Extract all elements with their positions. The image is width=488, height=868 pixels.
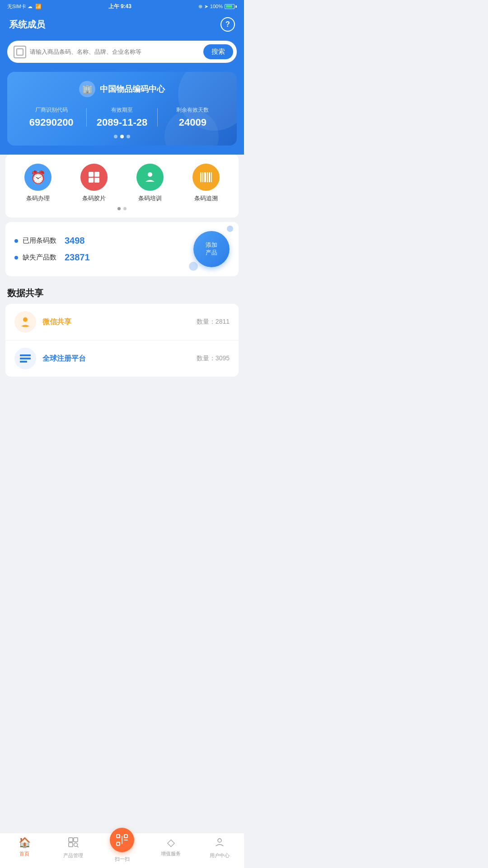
qa-label-barcode-handle: 条码办理 <box>26 194 50 203</box>
banner-section: 🏢 中国物品编码中心 厂商识别代码 69290200 有效期至 2089-11-… <box>0 72 244 146</box>
search-button[interactable]: 搜索 <box>203 44 233 59</box>
global-share-icon-wrap <box>14 348 36 369</box>
blue-bg-extender <box>0 146 244 155</box>
svg-rect-6 <box>202 172 203 182</box>
svg-rect-9 <box>209 172 210 182</box>
global-register-icon <box>18 351 33 366</box>
status-left: 无SIM卡 ☁ 📶 <box>7 3 42 10</box>
svg-rect-1 <box>94 172 99 177</box>
search-input[interactable] <box>30 48 200 55</box>
wechat-share-icon <box>18 315 33 329</box>
status-time: 上午 9:43 <box>108 3 131 10</box>
qa-icon-barcode-handle: ⏰ <box>24 164 52 191</box>
data-sharing-title: 数据共享 <box>5 281 239 304</box>
stat-expiry-label: 有效期至 <box>87 106 157 114</box>
add-product-button[interactable]: 添加产品 <box>193 231 230 267</box>
svg-rect-8 <box>207 172 208 182</box>
org-icon: 🏢 <box>82 84 92 94</box>
share-item-wechat[interactable]: 微信共享 数量：2811 <box>5 304 239 340</box>
direction-icon: ➤ <box>204 4 208 9</box>
svg-rect-2 <box>89 178 94 183</box>
org-logo: 🏢 <box>79 81 95 97</box>
person-podium-icon <box>144 171 156 184</box>
battery-percent: 100% <box>210 4 223 9</box>
missing-product-label: 缺失产品数 <box>23 253 56 262</box>
stats-info: 已用条码数 3498 缺失产品数 23871 <box>14 236 193 263</box>
qa-item-barcode-film[interactable]: 条码胶片 <box>80 164 108 203</box>
help-button[interactable]: ? <box>221 17 235 32</box>
qa-item-barcode-train[interactable]: 条码培训 <box>136 164 164 203</box>
header: 系统成员 ? <box>0 13 244 37</box>
add-product-text: 添加产品 <box>206 241 217 257</box>
qa-page-dots <box>10 207 234 210</box>
alarm-icon: ⏰ <box>30 170 46 185</box>
svg-rect-12 <box>23 326 28 327</box>
stat-manufacturer-label: 厂商识别代码 <box>16 106 86 114</box>
page-content: ⏰ 条码办理 条码胶片 <box>0 155 244 413</box>
qa-label-barcode-train: 条码培训 <box>138 194 162 203</box>
battery-icon <box>225 4 237 9</box>
quick-actions-grid: ⏰ 条码办理 条码胶片 <box>10 164 234 203</box>
svg-rect-13 <box>20 354 31 356</box>
dot-3[interactable] <box>127 135 130 138</box>
stat-expiry-date: 有效期至 2089-11-28 <box>87 106 157 128</box>
stats-card: 已用条码数 3498 缺失产品数 23871 添加产品 <box>5 222 239 276</box>
location-icon: ⊕ <box>198 4 202 9</box>
banner-stats: 厂商识别代码 69290200 有效期至 2089-11-28 剩余有效天数 2… <box>16 106 228 128</box>
wechat-share-icon-wrap <box>14 311 36 333</box>
no-sim-text: 无SIM卡 ☁ <box>7 3 33 10</box>
qa-dot-1[interactable] <box>117 207 121 210</box>
search-area: 搜索 <box>0 37 244 72</box>
stat-expiry-value: 2089-11-28 <box>87 117 157 128</box>
svg-rect-5 <box>200 172 202 182</box>
stat-manufacturer-value: 69290200 <box>16 117 86 128</box>
used-barcode-row: 已用条码数 3498 <box>14 236 193 246</box>
dot-1[interactable] <box>114 135 117 138</box>
qa-icon-barcode-film <box>80 164 108 191</box>
share-item-global[interactable]: 全球注册平台 数量：3095 <box>5 340 239 377</box>
used-barcode-value: 3498 <box>65 236 85 246</box>
wifi-icon: 📶 <box>35 4 42 9</box>
stat-remaining-days: 剩余有效天数 24009 <box>158 106 228 128</box>
qa-item-barcode-trace[interactable]: 条码追溯 <box>192 164 220 203</box>
scan-icon[interactable] <box>14 46 26 58</box>
used-barcode-label: 已用条码数 <box>23 236 56 245</box>
qa-item-barcode-handle[interactable]: ⏰ 条码办理 <box>24 164 52 203</box>
status-bar: 无SIM卡 ☁ 📶 上午 9:43 ⊕ ➤ 100% <box>0 0 244 13</box>
qa-dot-2[interactable] <box>123 207 127 210</box>
stat-remaining-label: 剩余有效天数 <box>158 106 228 114</box>
missing-product-value: 23871 <box>65 252 90 263</box>
banner-header: 🏢 中国物品编码中心 <box>16 81 228 97</box>
svg-point-4 <box>148 172 152 177</box>
dot-2[interactable] <box>120 135 124 138</box>
svg-rect-7 <box>204 172 206 182</box>
grid-icon <box>88 171 100 184</box>
qa-label-barcode-film: 条码胶片 <box>82 194 106 203</box>
qa-label-barcode-trace: 条码追溯 <box>194 194 218 203</box>
scan-icon-inner <box>16 48 23 56</box>
stat-manufacturer-code: 厂商识别代码 69290200 <box>16 106 86 128</box>
quick-actions-card: ⏰ 条码办理 条码胶片 <box>5 155 239 217</box>
stat-remaining-value: 24009 <box>158 117 228 128</box>
used-bullet <box>14 239 18 243</box>
barcode-icon <box>200 171 212 183</box>
wechat-share-name: 微信共享 <box>42 317 197 327</box>
missing-product-row: 缺失产品数 23871 <box>14 252 193 263</box>
qa-icon-barcode-trace <box>192 164 220 191</box>
data-sharing-card: 微信共享 数量：2811 全球注册平台 数量：3095 <box>5 304 239 377</box>
svg-rect-0 <box>89 172 94 177</box>
global-share-name: 全球注册平台 <box>42 354 197 363</box>
svg-point-11 <box>23 317 28 322</box>
global-share-count: 数量：3095 <box>197 354 230 363</box>
svg-rect-14 <box>20 358 31 359</box>
search-bar: 搜索 <box>7 41 237 63</box>
svg-rect-10 <box>211 172 212 182</box>
org-name: 中国物品编码中心 <box>100 84 165 94</box>
status-right: ⊕ ➤ 100% <box>198 4 237 9</box>
wechat-share-count: 数量：2811 <box>197 318 230 326</box>
page-title: 系统成员 <box>9 19 45 31</box>
qa-icon-barcode-train <box>136 164 164 191</box>
svg-rect-15 <box>20 361 27 363</box>
banner-card: 🏢 中国物品编码中心 厂商识别代码 69290200 有效期至 2089-11-… <box>7 72 237 146</box>
missing-bullet <box>14 256 18 259</box>
